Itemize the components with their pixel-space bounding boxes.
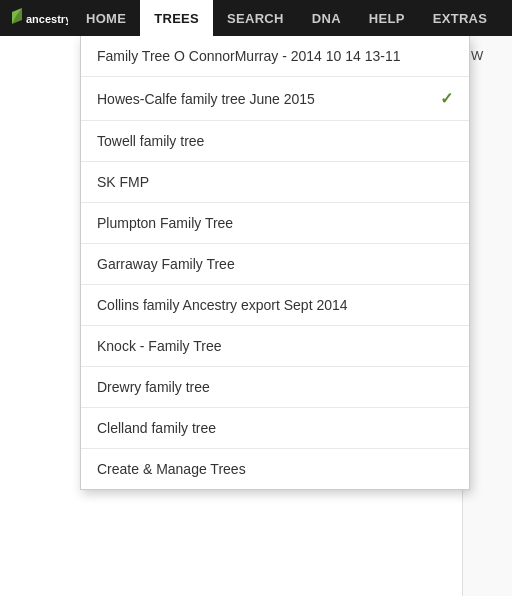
- tree-item-label: Howes-Calfe family tree June 2015: [97, 91, 315, 107]
- svg-text:ancestry: ancestry: [26, 13, 68, 25]
- nav-item-dna[interactable]: DNA: [298, 0, 355, 36]
- nav-item-extras[interactable]: EXTRAS: [419, 0, 502, 36]
- nav-item-help[interactable]: HELP: [355, 0, 419, 36]
- tree-item-label: Family Tree O ConnorMurray - 2014 10 14 …: [97, 48, 400, 64]
- nav-item-home[interactable]: HOME: [72, 0, 140, 36]
- tree-item-label: Knock - Family Tree: [97, 338, 221, 354]
- trees-dropdown: Family Tree O ConnorMurray - 2014 10 14 …: [80, 36, 470, 490]
- list-item[interactable]: Plumpton Family Tree: [81, 203, 469, 244]
- nav-label-extras: EXTRAS: [433, 11, 488, 26]
- list-item[interactable]: Clelland family tree: [81, 408, 469, 449]
- nav-label-search: SEARCH: [227, 11, 284, 26]
- tree-item-label: Clelland family tree: [97, 420, 216, 436]
- list-item[interactable]: Collins family Ancestry export Sept 2014: [81, 285, 469, 326]
- right-content-text: W: [463, 36, 512, 75]
- checkmark-icon: ✓: [440, 89, 453, 108]
- tree-item-label: SK FMP: [97, 174, 149, 190]
- nav-label-help: HELP: [369, 11, 405, 26]
- list-item[interactable]: Garraway Family Tree: [81, 244, 469, 285]
- nav-items: HOME TREES SEARCH DNA HELP EXTRAS: [72, 0, 501, 36]
- list-item[interactable]: Howes-Calfe family tree June 2015 ✓: [81, 77, 469, 121]
- tree-item-label: Drewry family tree: [97, 379, 210, 395]
- nav-item-search[interactable]: SEARCH: [213, 0, 298, 36]
- list-item[interactable]: SK FMP: [81, 162, 469, 203]
- ancestry-logo[interactable]: ancestry: [8, 6, 68, 30]
- list-item[interactable]: Knock - Family Tree: [81, 326, 469, 367]
- create-manage-label: Create & Manage Trees: [97, 461, 246, 477]
- navbar: ancestry HOME TREES SEARCH DNA HELP EXTR…: [0, 0, 512, 36]
- list-item[interactable]: Towell family tree: [81, 121, 469, 162]
- nav-item-trees[interactable]: TREES: [140, 0, 213, 36]
- tree-item-label: Plumpton Family Tree: [97, 215, 233, 231]
- nav-label-trees: TREES: [154, 11, 199, 26]
- nav-label-dna: DNA: [312, 11, 341, 26]
- tree-item-label: Towell family tree: [97, 133, 204, 149]
- nav-label-home: HOME: [86, 11, 126, 26]
- list-item[interactable]: Family Tree O ConnorMurray - 2014 10 14 …: [81, 36, 469, 77]
- create-manage-trees-item[interactable]: Create & Manage Trees: [81, 449, 469, 489]
- right-panel-heading: W: [471, 48, 483, 63]
- tree-item-label: Garraway Family Tree: [97, 256, 235, 272]
- tree-item-label: Collins family Ancestry export Sept 2014: [97, 297, 348, 313]
- ancestry-logo-svg: ancestry: [8, 6, 68, 30]
- list-item[interactable]: Drewry family tree: [81, 367, 469, 408]
